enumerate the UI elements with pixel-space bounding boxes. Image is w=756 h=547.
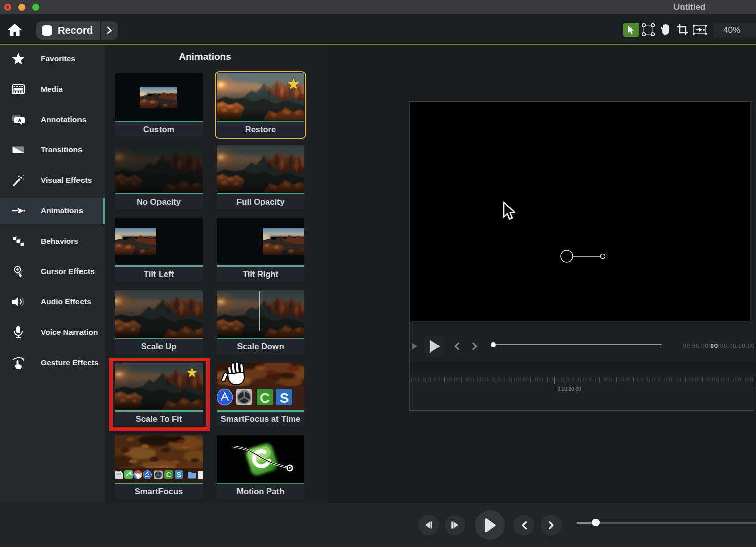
svg-text:C: C xyxy=(166,471,171,479)
svg-text:C: C xyxy=(260,390,270,406)
svg-text:S: S xyxy=(280,390,289,406)
svg-text:a: a xyxy=(18,117,21,123)
svg-text:S: S xyxy=(177,471,181,479)
